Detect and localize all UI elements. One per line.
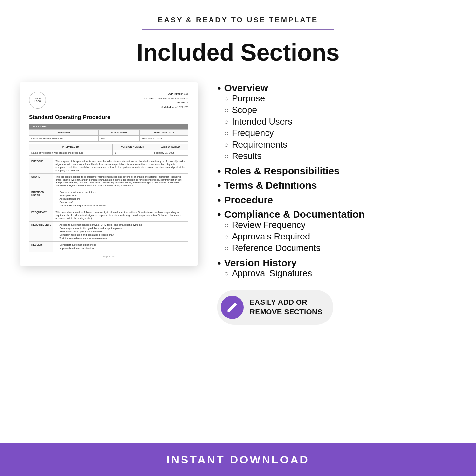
table1-col2: SOP NUMBER xyxy=(99,130,140,136)
sub-section-list: Approval Signatures xyxy=(224,268,312,280)
banner-box: EASY & READY TO USE TEMPLATE xyxy=(142,11,335,30)
sections-ul: OverviewPurposeScopeIntended UsersFreque… xyxy=(217,82,456,280)
list-item: Complaint resolution and escalation proc… xyxy=(59,233,186,236)
section-label: Overview xyxy=(224,82,292,94)
table1-col1: SOP NAME xyxy=(29,130,99,136)
page-number: Page 1 of 4 xyxy=(29,255,188,258)
requirements-label: REQUIREMENTS xyxy=(29,222,53,242)
sub-section-item: Approvals Required xyxy=(224,232,365,242)
frequency-text: This procedure should be followed consis… xyxy=(53,209,188,222)
list-item: Access to customer service software, CRM… xyxy=(59,223,186,226)
sub-section-item: Results xyxy=(224,151,292,161)
updated-label: Updated as of: xyxy=(161,106,178,109)
edit-text-line1: EASILY ADD OR xyxy=(250,298,322,307)
section-item: Procedure xyxy=(217,194,456,206)
sub-section-item: Approval Signatures xyxy=(224,268,312,279)
intended-users-label: INTENDED USERS xyxy=(29,189,53,209)
requirements-row: REQUIREMENTS Access to customer service … xyxy=(29,222,188,242)
sub-section-item: Requirements xyxy=(224,140,292,150)
sub-section-item: Intended Users xyxy=(224,117,292,127)
document-preview: YOUR LOGO SOP Number: 105 SOP Name: Cust… xyxy=(20,82,198,266)
logo-line1: YOUR xyxy=(35,98,41,100)
logo-line2: LOGO xyxy=(34,100,41,103)
list-item: Account managers xyxy=(59,197,186,200)
table1-row1-col2: 105 xyxy=(99,136,140,142)
results-row: RESULTS Consistent customer experiencesI… xyxy=(29,242,188,252)
table2-col1: PREPARED BY xyxy=(29,144,113,150)
sop-info-table: SOP NAME SOP NUMBER EFFECTIVE DATE Custo… xyxy=(29,129,188,142)
pencil-icon xyxy=(226,301,238,313)
results-list: Consistent customer experiencesImproved … xyxy=(53,242,188,252)
doc-overview-header: OVERVIEW xyxy=(29,124,188,129)
bottom-bar-text: INSTANT DOWNLOAD xyxy=(166,453,309,466)
frequency-row: FREQUENCY This procedure should be follo… xyxy=(29,209,188,222)
table2-col3: LAST UPDATED xyxy=(152,144,188,150)
section-label: Version History xyxy=(224,257,312,268)
sub-section-item: Frequency xyxy=(224,128,292,138)
section-label: Compliance & Documentation xyxy=(224,209,365,220)
section-item-wrapper: OverviewPurposeScopeIntended UsersFreque… xyxy=(224,82,292,163)
scope-text: This procedure applies to all customer-f… xyxy=(53,174,188,189)
purpose-text: The purpose of this procedure is to ensu… xyxy=(53,158,188,174)
intended-users-list: Customer service representativesSales pe… xyxy=(53,189,188,209)
list-item: Consistent customer experiences xyxy=(59,243,186,246)
results-label: RESULTS xyxy=(29,242,53,252)
banner-text: EASY & READY TO USE TEMPLATE xyxy=(158,16,318,24)
edit-text-line2: REMOVE SECTIONS xyxy=(250,307,322,317)
sub-section-item: Reference Documents xyxy=(224,243,365,253)
list-item: Customer service representatives xyxy=(59,191,186,194)
section-label: Procedure xyxy=(224,194,273,206)
table1-col3: EFFECTIVE DATE xyxy=(140,130,188,136)
intended-users-row: INTENDED USERS Customer service represen… xyxy=(29,189,188,209)
sop-name-label: SOP Name: xyxy=(143,97,156,100)
table1-row1-col1: Customer Service Standards xyxy=(29,136,99,142)
sections-list-area: OverviewPurposeScopeIntended UsersFreque… xyxy=(217,79,456,325)
prepared-by-table: PREPARED BY VERSION NUMBER LAST UPDATED … xyxy=(29,144,188,156)
section-item-wrapper: Version HistoryApproval Signatures xyxy=(224,257,312,280)
sub-section-item: Review Frequency xyxy=(224,220,365,230)
sub-section-item: Purpose xyxy=(224,94,292,104)
edit-icon-circle xyxy=(221,296,244,319)
table2-row1-col2: 1 xyxy=(112,150,152,156)
top-banner-area: EASY & READY TO USE TEMPLATE xyxy=(0,0,476,36)
logo-box: YOUR LOGO xyxy=(29,92,46,109)
requirements-list: Access to customer service software, CRM… xyxy=(53,222,188,242)
section-label: Roles & Responsibilities xyxy=(224,165,340,177)
main-heading: Included Sections xyxy=(0,36,476,79)
list-item: Support staff xyxy=(59,201,186,204)
version-value: 1 xyxy=(187,101,188,104)
edit-badge: EASILY ADD OR REMOVE SECTIONS xyxy=(217,290,333,325)
list-item: Company communication guidelines and scr… xyxy=(59,227,186,230)
section-item: OverviewPurposeScopeIntended UsersFreque… xyxy=(217,82,456,163)
updated-value: 02/21/25 xyxy=(179,106,188,109)
section-item-wrapper: Terms & Definitions xyxy=(224,180,317,191)
section-item-wrapper: Procedure xyxy=(224,194,273,206)
section-item: Version HistoryApproval Signatures xyxy=(217,257,456,280)
section-item: Roles & Responsibilities xyxy=(217,165,456,177)
section-item: Compliance & DocumentationReview Frequen… xyxy=(217,209,456,255)
section-item: Terms & Definitions xyxy=(217,180,456,192)
doc-body-table: PURPOSE The purpose of this procedure is… xyxy=(29,158,188,252)
bottom-bar: INSTANT DOWNLOAD xyxy=(0,443,476,476)
sub-section-item: Scope xyxy=(224,105,292,115)
doc-title: Standard Operating Procedure xyxy=(29,114,188,121)
section-label: Terms & Definitions xyxy=(224,180,317,191)
list-item: Refund and return policy documentation xyxy=(59,230,186,233)
list-item: Improved customer satisfaction xyxy=(59,247,186,250)
table2-col2: VERSION NUMBER xyxy=(112,144,152,150)
table2-row1-col1: Name of the person who created this proc… xyxy=(29,150,113,156)
table2-row1-col3: February 21, 2025 xyxy=(152,150,188,156)
section-item-wrapper: Compliance & DocumentationReview Frequen… xyxy=(224,209,365,255)
sub-section-list: PurposeScopeIntended UsersFrequencyRequi… xyxy=(224,94,292,163)
sub-section-list: Review FrequencyApprovals RequiredRefere… xyxy=(224,220,365,255)
list-item: Management and quality assurance teams xyxy=(59,204,186,207)
version-label: Version: xyxy=(177,101,186,104)
doc-header: YOUR LOGO SOP Number: 105 SOP Name: Cust… xyxy=(29,92,188,109)
frequency-label: FREQUENCY xyxy=(29,209,53,222)
sop-name-value: Customer Service Standards xyxy=(157,97,188,100)
purpose-label: PURPOSE xyxy=(29,158,53,174)
content-area: YOUR LOGO SOP Number: 105 SOP Name: Cust… xyxy=(0,79,476,443)
list-item: Sales personnel xyxy=(59,194,186,197)
purpose-row: PURPOSE The purpose of this procedure is… xyxy=(29,158,188,174)
sop-number-value: 105 xyxy=(184,92,188,95)
